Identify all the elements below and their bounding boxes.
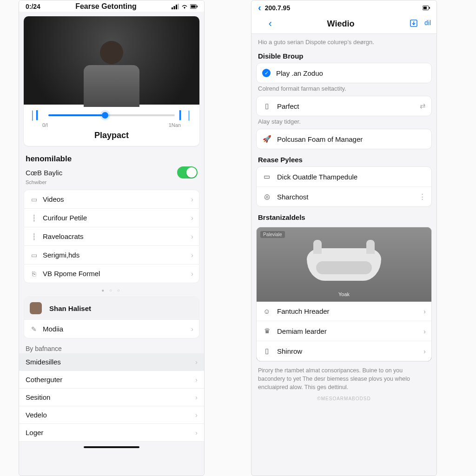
flat-list: Smidesilles › Cotherguter › Sesition › V…: [19, 353, 204, 442]
list-item[interactable]: ♛ Demiam learder ›: [257, 321, 431, 341]
group1-card3: 🚀 Polcusan Foam of Manager: [256, 129, 432, 149]
media-card: │▎ ▎│ 0/l 1Nan Playpact: [24, 16, 199, 146]
toggle-switch[interactable]: [177, 166, 198, 178]
cellular-icon: [172, 4, 179, 9]
page-indicator: ● ○ ○: [19, 286, 204, 295]
chevron-right-icon: ›: [191, 270, 193, 278]
list-label: Curifour Petile: [43, 214, 186, 222]
nav-bar: › Wiedio dil: [251, 14, 436, 34]
chevron-right-icon: ›: [423, 327, 426, 335]
share-icon[interactable]: ⇄: [420, 102, 426, 110]
chevron-right-icon: ›: [195, 393, 198, 401]
status-bar: 0:/24 Fearse Getonting: [19, 0, 204, 12]
svg-rect-8: [423, 7, 427, 9]
media-thumbnail[interactable]: [24, 16, 199, 105]
media-title: Playpact: [24, 128, 199, 146]
list-label: Shinrow: [277, 347, 302, 355]
list-label: Videos: [43, 195, 186, 203]
list-item[interactable]: ✎ Modiia ›: [24, 320, 199, 338]
crown-icon: ♛: [262, 327, 271, 335]
product-card: Paleviale Yoak ☺ Fantuch Hreader › ♛ Dem…: [256, 227, 432, 362]
list-label: VB Rpome Formel: [43, 270, 186, 278]
back-icon-small[interactable]: ›: [258, 2, 261, 13]
battery-icon: [423, 5, 430, 11]
list-item[interactable]: ▯ Parfect ⇄: [257, 96, 431, 116]
scrubber[interactable]: [48, 114, 175, 116]
battery-icon: [190, 4, 198, 9]
list-item[interactable]: ⎘ VB Rpome Formel ›: [24, 264, 199, 283]
home-indicator[interactable]: [84, 446, 139, 448]
intro-text: Hio a guto serian Dispote colurep’s deør…: [251, 34, 436, 46]
product-badge: Paleviale: [260, 231, 285, 238]
download-icon[interactable]: [410, 19, 418, 29]
list-item[interactable]: Cotherguter ›: [19, 371, 204, 389]
svg-rect-2: [176, 5, 177, 9]
chevron-right-icon: ›: [195, 376, 198, 383]
list-label: Sesition: [26, 393, 191, 401]
list-item[interactable]: ▭ Videos ›: [24, 190, 199, 209]
list-item[interactable]: Smidesilles ›: [19, 353, 204, 371]
list-item[interactable]: ▯ Shinrow ›: [257, 341, 431, 361]
list-item[interactable]: ☺ Fantuch Hreader ›: [257, 302, 431, 321]
list-item[interactable]: Vedelo ›: [19, 406, 204, 424]
settings-list: ▭ Videos › ┆ Curifour Petile › ┆ Raveloa…: [24, 190, 199, 283]
list-item[interactable]: ▭ Dick Ouatdle Thampedule: [257, 167, 431, 187]
list-item[interactable]: ▭ Serigmi,hds ›: [24, 246, 199, 264]
phone-right: › 200.7.95 › Wiedio dil Hio a guto seria…: [251, 0, 437, 476]
profile-header[interactable]: Shan Haliset: [24, 297, 199, 320]
list-label: Parfect: [277, 102, 299, 110]
chevron-right-icon: ›: [195, 429, 198, 436]
list-label: Smidesilles: [26, 358, 191, 366]
list-label: Play .an Zoduo: [276, 69, 323, 77]
list-label: Demiam learder: [277, 327, 327, 335]
list-item[interactable]: Sesition ›: [19, 389, 204, 406]
chevron-right-icon: ›: [191, 214, 193, 222]
svg-rect-0: [172, 7, 173, 9]
wifi-icon: [181, 4, 188, 9]
time-end: 1Nan: [169, 122, 181, 128]
prev-button[interactable]: │▎: [30, 110, 44, 120]
clip-icon: ⎘: [30, 270, 38, 278]
chevron-right-icon: ›: [195, 411, 198, 419]
list-item[interactable]: ✓ Play .an Zoduo: [257, 63, 431, 83]
group-desc: Alay stay tidger.: [251, 116, 436, 129]
nav-action-label[interactable]: dil: [424, 19, 431, 29]
list-item[interactable]: ┆ Raveloacrats ›: [24, 227, 199, 246]
next-button[interactable]: ▎│: [179, 110, 193, 120]
toggle-label: CœB Baylic: [26, 169, 62, 177]
doc-icon: ▭: [30, 251, 38, 259]
device-icon: ▯: [262, 102, 271, 110]
list-item[interactable]: 🚀 Polcusan Foam of Manager: [257, 129, 431, 149]
list-label: Serigmi,hds: [43, 251, 186, 259]
group2-card: ▭ Dick Ouatdle Thampedule ◎ Sharchost ⋮: [256, 166, 432, 207]
chevron-right-icon: ›: [191, 325, 193, 333]
phone2-icon: ▯: [262, 347, 271, 355]
more-icon[interactable]: ⋮: [419, 192, 426, 201]
avatar: [30, 302, 42, 314]
list-label: Fantuch Hreader: [277, 307, 330, 315]
nav-actions: dil: [410, 19, 431, 29]
toggle-row: CœB Baylic: [19, 165, 204, 179]
status-time: 200.7.95: [265, 4, 291, 12]
list-item[interactable]: Loger ›: [19, 424, 204, 442]
profile-name: Shan Haliset: [49, 304, 193, 312]
flat-header: By bafnance: [19, 341, 204, 353]
svg-rect-6: [197, 6, 198, 7]
group-title: Disible Broup: [251, 46, 436, 63]
list-item[interactable]: ┆ Curifour Petile ›: [24, 209, 199, 227]
group-desc: Colrend formait farman seltactity.: [251, 83, 436, 96]
product-list: ☺ Fantuch Hreader › ♛ Demiam learder › ▯…: [257, 302, 431, 361]
product-hero[interactable]: Paleviale Yoak: [257, 227, 431, 302]
list-item[interactable]: ◎ Sharchost ⋮: [257, 187, 431, 206]
svg-rect-1: [174, 6, 175, 9]
back-button[interactable]: ›: [257, 18, 272, 30]
chevron-right-icon: ›: [191, 251, 193, 259]
transport-bar: │▎ ▎│: [24, 105, 199, 122]
svg-rect-9: [429, 7, 430, 9]
nav-title: Wiedio: [272, 19, 410, 29]
status-bar: › 200.7.95: [251, 0, 436, 14]
list-label: Loger: [26, 429, 191, 436]
status-signals: [423, 5, 430, 11]
chevron-right-icon: ›: [195, 358, 198, 366]
svg-rect-5: [191, 5, 196, 7]
